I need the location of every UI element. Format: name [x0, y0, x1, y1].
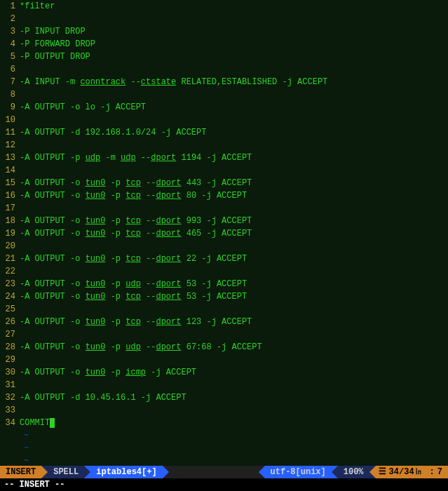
code-token: 443 -j ACCEPT [181, 178, 252, 188]
status-spacer [169, 466, 259, 478]
code-token: -- [141, 254, 156, 264]
code-line[interactable] [20, 202, 448, 215]
line-number: 11 [0, 126, 15, 139]
line-number: 7 [0, 76, 15, 88]
code-token: -p [105, 368, 125, 377]
code-token: -- [125, 77, 141, 87]
spell-marked-token: udp [86, 153, 101, 163]
code-token: 1194 -j ACCEPT [176, 153, 252, 163]
code-line[interactable]: -A OUTPUT -o tun0 -p tcp --dport 443 -j … [20, 177, 448, 189]
code-token: -p [105, 178, 125, 188]
code-token: -j ACCEPT [146, 368, 196, 377]
editor-content[interactable]: *filter-P INPUT DROP-P FORWARD DROP-P OU… [20, 0, 448, 466]
line-number: 24 [0, 290, 15, 303]
code-line[interactable]: -P INPUT DROP [20, 25, 448, 38]
code-line[interactable] [20, 303, 448, 316]
code-line[interactable] [20, 114, 448, 126]
empty-line-tilde: ~ [20, 442, 448, 455]
spell-marked-token: tun0 [86, 342, 106, 352]
spell-marked-token: dport [156, 342, 181, 352]
code-line[interactable]: *filter [20, 0, 448, 13]
command-text: -- INSERT -- [4, 480, 65, 490]
spell-marked-token: tun0 [86, 368, 106, 377]
code-line[interactable] [20, 63, 448, 76]
code-line[interactable]: -A OUTPUT -o tun0 -p tcp --dport 123 -j … [20, 316, 448, 328]
code-token: -- [141, 191, 156, 201]
code-line[interactable] [20, 139, 448, 152]
editor-area[interactable]: 1234567891011121314151617181920212223242… [0, 0, 448, 466]
filename-indicator: iptables4[+] [90, 466, 162, 478]
spell-marked-token: tcp [125, 317, 141, 327]
code-line[interactable]: -A OUTPUT -o tun0 -p icmp -j ACCEPT [20, 366, 448, 379]
code-line[interactable]: -A OUTPUT -o tun0 -p tcp --dport 465 -j … [20, 227, 448, 240]
line-number-gutter: 1234567891011121314151617181920212223242… [0, 0, 20, 466]
code-line[interactable] [20, 265, 448, 278]
code-line[interactable] [20, 13, 448, 25]
code-line[interactable] [20, 328, 448, 341]
code-token: RELATED,ESTABLISHED -j ACCEPT [176, 77, 327, 87]
spell-marked-token: tun0 [86, 178, 106, 188]
code-token: -A OUTPUT -o [20, 229, 86, 238]
spell-marked-token: udp [125, 342, 141, 352]
code-line[interactable]: -P OUTPUT DROP [20, 51, 448, 63]
code-token: -- [141, 292, 156, 302]
code-token: -p [105, 317, 125, 327]
spell-marked-token: dport [156, 191, 181, 201]
line-number: 21 [0, 253, 15, 265]
code-line[interactable]: -A OUTPUT -o tun0 -p tcp --dport 22 -j A… [20, 253, 448, 265]
spell-marked-token: tcp [125, 292, 141, 302]
code-line[interactable] [20, 240, 448, 253]
code-line[interactable] [20, 164, 448, 177]
line-number: 6 [0, 63, 15, 76]
code-line[interactable]: -A OUTPUT -d 10.45.16.1 -j ACCEPT [20, 391, 448, 404]
spell-marked-token: tun0 [86, 191, 106, 201]
code-line[interactable] [20, 379, 448, 391]
code-token: 53 -j ACCEPT [181, 279, 247, 289]
code-token: -A OUTPUT -o [20, 216, 86, 226]
spell-marked-token: dport [156, 216, 181, 226]
code-line[interactable]: -A INPUT -m conntrack --ctstate RELATED,… [20, 76, 448, 88]
code-line[interactable]: -A OUTPUT -o tun0 -p tcp --dport 80 -j A… [20, 189, 448, 202]
code-token: 80 -j ACCEPT [181, 191, 247, 201]
code-token: -A OUTPUT -o [20, 191, 86, 201]
line-number: 20 [0, 240, 15, 253]
code-line[interactable]: -A OUTPUT -d 192.168.1.0/24 -j ACCEPT [20, 126, 448, 139]
spell-marked-token: tcp [125, 229, 141, 238]
col-position: 7 [437, 466, 448, 478]
code-token: -A OUTPUT -o [20, 342, 86, 352]
separator-icon [369, 466, 376, 478]
code-token: -P INPUT DROP [20, 27, 86, 36]
line-number: 31 [0, 379, 15, 391]
code-token: -P OUTPUT DROP [20, 52, 90, 62]
code-line[interactable]: -A OUTPUT -o tun0 -p tcp --dport 993 -j … [20, 215, 448, 227]
code-token: COMMIT [20, 418, 50, 428]
code-line[interactable]: -A OUTPUT -o lo -j ACCEPT [20, 101, 448, 114]
spell-marked-token: tcp [125, 191, 141, 201]
code-token: -A INPUT -m [20, 77, 80, 87]
spell-marked-token: ctstate [141, 77, 176, 87]
code-line[interactable]: -P FORWARD DROP [20, 38, 448, 51]
line-number: 9 [0, 101, 15, 114]
code-token: -p [105, 292, 125, 302]
code-line[interactable]: COMMIT [20, 417, 448, 429]
code-line[interactable] [20, 88, 448, 101]
empty-line-tilde: ~ [20, 429, 448, 442]
encoding-indicator: utf-8[unix] [265, 466, 332, 478]
spell-marked-token: tcp [125, 178, 141, 188]
code-line[interactable]: -A OUTPUT -p udp -m udp --dport 1194 -j … [20, 152, 448, 164]
code-line[interactable]: -A OUTPUT -o tun0 -p tcp --dport 53 -j A… [20, 290, 448, 303]
line-number: 17 [0, 202, 15, 215]
cursor [50, 418, 55, 428]
code-token: -A OUTPUT -o [20, 178, 86, 188]
code-line[interactable] [20, 404, 448, 417]
code-line[interactable]: -A OUTPUT -o tun0 -p udp --dport 53 -j A… [20, 278, 448, 290]
line-number: 1 [0, 0, 15, 13]
code-line[interactable]: -A OUTPUT -o tun0 -p udp --dport 67:68 -… [20, 341, 448, 354]
code-line[interactable] [20, 354, 448, 366]
spell-marked-token: dport [156, 229, 181, 238]
spell-marked-token: tun0 [86, 292, 106, 302]
line-number: 12 [0, 139, 15, 152]
spell-marked-token: dport [156, 317, 181, 327]
spell-marked-token: dport [156, 292, 181, 302]
code-token: 993 -j ACCEPT [181, 216, 252, 226]
